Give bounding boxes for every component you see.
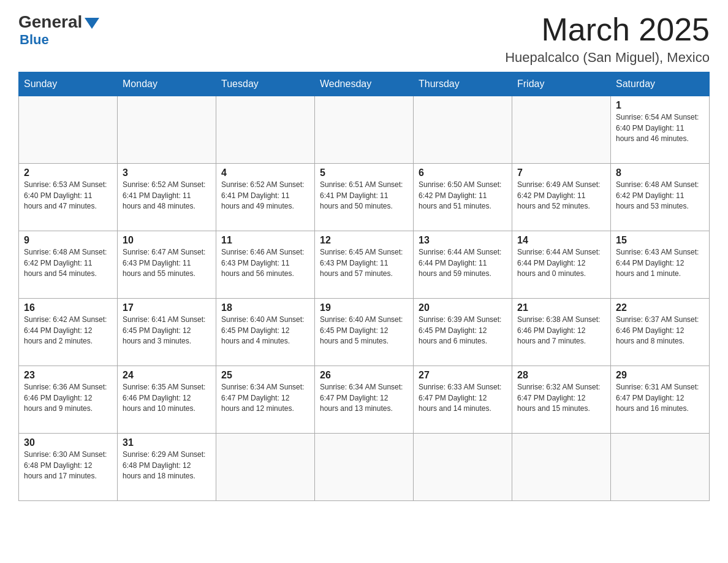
- day-number: 10: [123, 235, 211, 246]
- calendar-cell: 10Sunrise: 6:47 AM Sunset: 6:43 PM Dayli…: [118, 231, 216, 299]
- day-info: Sunrise: 6:35 AM Sunset: 6:46 PM Dayligh…: [123, 382, 211, 414]
- day-number: 23: [24, 370, 112, 381]
- calendar-cell: 7Sunrise: 6:49 AM Sunset: 6:42 PM Daylig…: [512, 164, 611, 231]
- calendar-cell: 19Sunrise: 6:40 AM Sunset: 6:45 PM Dayli…: [315, 299, 414, 366]
- calendar-cell: 18Sunrise: 6:40 AM Sunset: 6:45 PM Dayli…: [216, 299, 315, 366]
- weekday-header-wednesday: Wednesday: [315, 72, 414, 96]
- day-info: Sunrise: 6:34 AM Sunset: 6:47 PM Dayligh…: [221, 382, 309, 414]
- day-number: 19: [320, 302, 408, 313]
- day-info: Sunrise: 6:30 AM Sunset: 6:48 PM Dayligh…: [24, 450, 112, 481]
- calendar-cell: 14Sunrise: 6:44 AM Sunset: 6:44 PM Dayli…: [512, 231, 611, 299]
- day-info: Sunrise: 6:29 AM Sunset: 6:48 PM Dayligh…: [123, 450, 211, 481]
- day-number: 26: [320, 370, 408, 381]
- calendar-cell: 2Sunrise: 6:53 AM Sunset: 6:40 PM Daylig…: [19, 164, 118, 231]
- day-info: Sunrise: 6:31 AM Sunset: 6:47 PM Dayligh…: [616, 382, 704, 414]
- calendar-cell: [512, 96, 611, 164]
- calendar-cell: [118, 96, 216, 164]
- calendar-week-row: 23Sunrise: 6:36 AM Sunset: 6:46 PM Dayli…: [19, 366, 710, 434]
- day-info: Sunrise: 6:41 AM Sunset: 6:45 PM Dayligh…: [123, 315, 211, 347]
- day-number: 3: [123, 167, 211, 178]
- calendar-cell: 21Sunrise: 6:38 AM Sunset: 6:46 PM Dayli…: [512, 299, 611, 366]
- day-info: Sunrise: 6:46 AM Sunset: 6:43 PM Dayligh…: [221, 247, 309, 279]
- calendar-cell: [414, 434, 512, 501]
- calendar-cell: 16Sunrise: 6:42 AM Sunset: 6:44 PM Dayli…: [19, 299, 118, 366]
- day-info: Sunrise: 6:48 AM Sunset: 6:42 PM Dayligh…: [24, 247, 112, 279]
- day-info: Sunrise: 6:49 AM Sunset: 6:42 PM Dayligh…: [517, 180, 605, 212]
- logo-blue-text: Blue: [20, 32, 49, 48]
- day-number: 28: [517, 370, 605, 381]
- day-info: Sunrise: 6:51 AM Sunset: 6:41 PM Dayligh…: [320, 180, 408, 212]
- day-info: Sunrise: 6:37 AM Sunset: 6:46 PM Dayligh…: [616, 315, 704, 347]
- day-info: Sunrise: 6:34 AM Sunset: 6:47 PM Dayligh…: [320, 382, 408, 414]
- calendar-cell: [315, 434, 414, 501]
- day-number: 2: [24, 167, 112, 178]
- day-info: Sunrise: 6:52 AM Sunset: 6:41 PM Dayligh…: [123, 180, 211, 212]
- day-info: Sunrise: 6:44 AM Sunset: 6:44 PM Dayligh…: [517, 247, 605, 279]
- day-number: 30: [24, 437, 112, 448]
- calendar-cell: 29Sunrise: 6:31 AM Sunset: 6:47 PM Dayli…: [611, 366, 710, 434]
- title-block: March 2025 Huepalcalco (San Miguel), Mex…: [505, 12, 710, 66]
- month-title: March 2025: [505, 12, 710, 47]
- day-info: Sunrise: 6:54 AM Sunset: 6:40 PM Dayligh…: [616, 112, 704, 144]
- location-title: Huepalcalco (San Miguel), Mexico: [505, 50, 710, 66]
- calendar-cell: 31Sunrise: 6:29 AM Sunset: 6:48 PM Dayli…: [118, 434, 216, 501]
- logo: General Blue: [18, 12, 99, 48]
- page-header: General Blue March 2025 Huepalcalco (San…: [18, 12, 710, 66]
- day-number: 11: [221, 235, 309, 246]
- weekday-header-saturday: Saturday: [611, 72, 710, 96]
- day-number: 8: [616, 167, 704, 178]
- calendar-cell: 11Sunrise: 6:46 AM Sunset: 6:43 PM Dayli…: [216, 231, 315, 299]
- day-info: Sunrise: 6:40 AM Sunset: 6:45 PM Dayligh…: [320, 315, 408, 347]
- day-number: 21: [517, 302, 605, 313]
- logo-arrow-icon: [85, 18, 99, 29]
- calendar-cell: 26Sunrise: 6:34 AM Sunset: 6:47 PM Dayli…: [315, 366, 414, 434]
- day-number: 1: [616, 100, 704, 111]
- calendar-cell: [512, 434, 611, 501]
- day-number: 24: [123, 370, 211, 381]
- day-info: Sunrise: 6:45 AM Sunset: 6:43 PM Dayligh…: [320, 247, 408, 279]
- day-info: Sunrise: 6:52 AM Sunset: 6:41 PM Dayligh…: [221, 180, 309, 212]
- calendar-week-row: 16Sunrise: 6:42 AM Sunset: 6:44 PM Dayli…: [19, 299, 710, 366]
- logo-general: General: [18, 12, 99, 32]
- day-number: 4: [221, 167, 309, 178]
- day-number: 31: [123, 437, 211, 448]
- calendar-cell: [216, 434, 315, 501]
- calendar-cell: 6Sunrise: 6:50 AM Sunset: 6:42 PM Daylig…: [414, 164, 512, 231]
- calendar-cell: 22Sunrise: 6:37 AM Sunset: 6:46 PM Dayli…: [611, 299, 710, 366]
- day-number: 18: [221, 302, 309, 313]
- weekday-header-row: SundayMondayTuesdayWednesdayThursdayFrid…: [19, 72, 710, 96]
- calendar-cell: 20Sunrise: 6:39 AM Sunset: 6:45 PM Dayli…: [414, 299, 512, 366]
- calendar-cell: 13Sunrise: 6:44 AM Sunset: 6:44 PM Dayli…: [414, 231, 512, 299]
- weekday-header-tuesday: Tuesday: [216, 72, 315, 96]
- weekday-header-friday: Friday: [512, 72, 611, 96]
- day-info: Sunrise: 6:42 AM Sunset: 6:44 PM Dayligh…: [24, 315, 112, 347]
- calendar-cell: 28Sunrise: 6:32 AM Sunset: 6:47 PM Dayli…: [512, 366, 611, 434]
- day-number: 7: [517, 167, 605, 178]
- calendar-cell: 24Sunrise: 6:35 AM Sunset: 6:46 PM Dayli…: [118, 366, 216, 434]
- day-number: 27: [419, 370, 507, 381]
- day-info: Sunrise: 6:53 AM Sunset: 6:40 PM Dayligh…: [24, 180, 112, 212]
- calendar-cell: 25Sunrise: 6:34 AM Sunset: 6:47 PM Dayli…: [216, 366, 315, 434]
- day-number: 16: [24, 302, 112, 313]
- calendar-cell: 3Sunrise: 6:52 AM Sunset: 6:41 PM Daylig…: [118, 164, 216, 231]
- day-info: Sunrise: 6:50 AM Sunset: 6:42 PM Dayligh…: [419, 180, 507, 212]
- calendar-cell: [315, 96, 414, 164]
- calendar-cell: 17Sunrise: 6:41 AM Sunset: 6:45 PM Dayli…: [118, 299, 216, 366]
- day-info: Sunrise: 6:38 AM Sunset: 6:46 PM Dayligh…: [517, 315, 605, 347]
- day-info: Sunrise: 6:44 AM Sunset: 6:44 PM Dayligh…: [419, 247, 507, 279]
- day-number: 29: [616, 370, 704, 381]
- day-info: Sunrise: 6:47 AM Sunset: 6:43 PM Dayligh…: [123, 247, 211, 279]
- day-info: Sunrise: 6:32 AM Sunset: 6:47 PM Dayligh…: [517, 382, 605, 414]
- calendar-week-row: 2Sunrise: 6:53 AM Sunset: 6:40 PM Daylig…: [19, 164, 710, 231]
- calendar-table: SundayMondayTuesdayWednesdayThursdayFrid…: [18, 72, 710, 501]
- day-number: 14: [517, 235, 605, 246]
- day-number: 9: [24, 235, 112, 246]
- calendar-cell: 27Sunrise: 6:33 AM Sunset: 6:47 PM Dayli…: [414, 366, 512, 434]
- calendar-cell: [414, 96, 512, 164]
- calendar-cell: 9Sunrise: 6:48 AM Sunset: 6:42 PM Daylig…: [19, 231, 118, 299]
- day-number: 22: [616, 302, 704, 313]
- calendar-cell: [611, 434, 710, 501]
- logo-general-text: General: [18, 12, 82, 32]
- calendar-cell: [19, 96, 118, 164]
- day-number: 25: [221, 370, 309, 381]
